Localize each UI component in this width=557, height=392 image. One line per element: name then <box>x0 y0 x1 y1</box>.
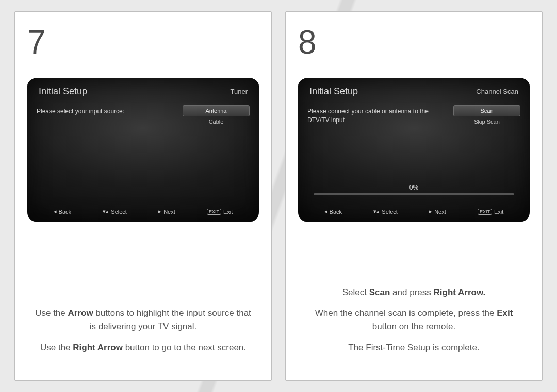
tv-footer: ◂Back ▾▴Select ▸Next EXITExit <box>27 208 259 215</box>
tv-progress: 0% <box>314 184 514 195</box>
step-instructions: Select Scan and press Right Arrow. When … <box>298 286 530 365</box>
footer-exit[interactable]: EXITExit <box>478 208 503 215</box>
option-scan[interactable]: Scan <box>453 105 520 116</box>
tv-header: Initial Setup Channel Scan <box>298 78 530 102</box>
footer-back[interactable]: ◂Back <box>324 208 342 215</box>
tv-footer: ◂Back ▾▴Select ▸Next EXITExit <box>298 208 530 215</box>
tv-prompt: Please connect your cable or antenna to … <box>307 105 448 127</box>
tv-options: Scan Skip Scan <box>453 105 520 127</box>
tv-screen-tuner: Initial Setup Tuner Please select your i… <box>27 78 259 222</box>
tv-screen-channel-scan: Initial Setup Channel Scan Please connec… <box>298 78 530 222</box>
exit-box-icon: EXIT <box>207 209 221 215</box>
tv-prompt: Please select your input source: <box>37 105 177 127</box>
left-arrow-icon: ◂ <box>324 208 327 215</box>
left-arrow-icon: ◂ <box>54 208 57 215</box>
footer-select[interactable]: ▾▴Select <box>373 208 398 215</box>
option-skip-scan[interactable]: Skip Scan <box>453 116 520 127</box>
tv-subtitle: Channel Scan <box>476 88 518 95</box>
tv-title: Initial Setup <box>39 86 87 97</box>
updown-arrow-icon: ▾▴ <box>373 208 380 215</box>
footer-select[interactable]: ▾▴Select <box>103 208 127 215</box>
step-number: 8 <box>298 23 530 61</box>
updown-arrow-icon: ▾▴ <box>103 208 109 215</box>
right-arrow-icon: ▸ <box>429 208 432 215</box>
option-cable[interactable]: Cable <box>183 116 250 127</box>
right-arrow-icon: ▸ <box>158 208 161 215</box>
footer-back[interactable]: ◂Back <box>54 208 71 215</box>
step-number: 7 <box>27 23 259 61</box>
step-instructions: Use the Arrow buttons to highlight the i… <box>27 306 259 365</box>
tv-title: Initial Setup <box>309 86 358 97</box>
tv-options: Antenna Cable <box>183 105 250 127</box>
progress-bar <box>314 193 514 195</box>
tv-body: Please select your input source: Antenna… <box>27 102 259 127</box>
step-card-8: 8 Initial Setup Channel Scan Please conn… <box>285 11 543 381</box>
option-antenna[interactable]: Antenna <box>183 105 250 116</box>
tv-header: Initial Setup Tuner <box>27 78 259 102</box>
tv-subtitle: Tuner <box>231 88 248 95</box>
step-card-7: 7 Initial Setup Tuner Please select your… <box>14 11 272 381</box>
footer-next[interactable]: ▸Next <box>429 208 446 215</box>
exit-box-icon: EXIT <box>478 209 492 215</box>
footer-exit[interactable]: EXITExit <box>207 208 233 215</box>
tv-body: Please connect your cable or antenna to … <box>298 102 530 127</box>
footer-next[interactable]: ▸Next <box>158 208 175 215</box>
progress-percent: 0% <box>409 184 418 191</box>
